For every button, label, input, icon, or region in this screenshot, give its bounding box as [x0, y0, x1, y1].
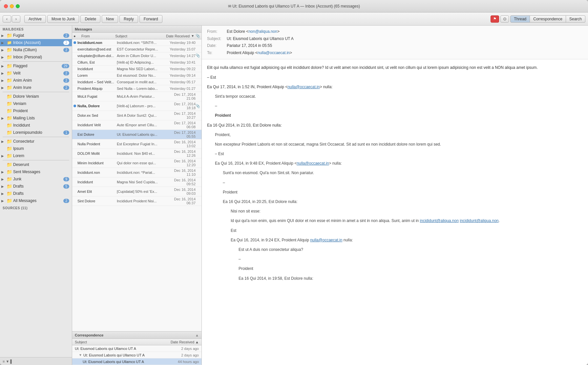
reply-button[interactable]: Reply — [119, 15, 138, 23]
sidebar-item-nulla-cillum[interactable]: ▶ 📁 Nulla (Cillum) 2 — [0, 46, 72, 53]
message-row[interactable]: Incididunt.non Incididunt.non: *Pariat..… — [72, 168, 201, 177]
thread-row[interactable]: Ut: Eiusmod Laboris qui Ullamco UT A 2 d… — [72, 345, 201, 352]
message-row[interactable]: Incididunt Magna Nisi Sed Cupida... Dec … — [72, 177, 201, 187]
msg-subject: Magna Nisi SED Labori... — [117, 67, 166, 71]
message-row[interactable]: Incididunt – Sed Velit... Consequat in m… — [72, 79, 201, 85]
msg-date: Dec 17, 2014 05:55 — [166, 131, 196, 138]
sidebar-item-junk[interactable]: ▶ 📁 Junk 9 — [0, 175, 72, 183]
message-row[interactable]: Cillum, Est [Velit-a] ID Adipiscing... Y… — [72, 59, 201, 66]
email-quote3-link[interactable]: nulla@occaecat.in — [297, 161, 329, 166]
message-row[interactable]: Minim Incididunt Qui dolor non esse qui.… — [72, 158, 201, 168]
search-button[interactable]: Search — [566, 15, 585, 23]
new-button[interactable]: New — [102, 15, 118, 23]
message-row[interactable]: Amet Elit [Cupidatat] 50% est 'Ex... Dec… — [72, 187, 201, 196]
folder-icon: 📁 — [7, 123, 12, 128]
sidebar-item-dolore-veniam[interactable]: 📁 Dolore Veniam — [5, 93, 72, 100]
action-button[interactable]: ⊙ — [500, 15, 509, 23]
correspondence-collapse-icon[interactable]: ▲ — [195, 333, 199, 337]
move-to-junk-button[interactable]: Move to Junk — [47, 15, 79, 23]
email-quote4-sig: Est — [231, 228, 583, 234]
thread-row[interactable]: ▼ Ut: Eiusmod Laboris qui Ullamco UT A 2… — [72, 352, 201, 358]
folder-icon: 📁 — [7, 47, 12, 52]
message-row[interactable]: Incididunt Magna Nisi SED Labori... Yest… — [72, 66, 201, 72]
to-email-link[interactable]: nulla@occaecat.in — [258, 51, 290, 55]
forward-button[interactable]: Forward — [139, 15, 162, 23]
sidebar-item-anim-anim[interactable]: ▶ 📁 Anim Anim 2 — [0, 77, 72, 84]
message-row[interactable]: Dolor.ex Sed Sint A Dolor Sunt2: Qui... … — [72, 111, 201, 120]
sidebar-footer-icons: ≡ ▼ ▌ — [3, 359, 13, 363]
sidebar-item-veniam[interactable]: 📁 Veniam — [5, 100, 72, 107]
sidebar-item-deserunt[interactable]: 📁 Deserunt — [5, 161, 72, 168]
message-row[interactable]: Incididunt Velit Aute tEmpor amet Cillu.… — [72, 120, 201, 130]
sidebar-item-velit[interactable]: ▶ 📁 Velit 2 — [0, 70, 72, 77]
email-quote4-link1[interactable]: incididunt@aliqua.non — [420, 218, 459, 223]
email-quote4-link2[interactable]: incididunt@aliqua.non — [460, 218, 498, 223]
sidebar-item-sent-messages[interactable]: ▶ 📁 Sent Messages — [0, 168, 72, 175]
col-subject-header[interactable]: Subject — [115, 34, 166, 38]
close-button[interactable] — [4, 4, 8, 8]
folder-icon: 📁 — [7, 101, 12, 106]
badge: 5 — [63, 184, 69, 189]
col-date-header[interactable]: Date Received ▼ — [166, 34, 196, 38]
msg-date: Dec 16, 2014 12:20 — [166, 159, 196, 167]
delete-button[interactable]: Delete — [80, 15, 100, 23]
message-row[interactable]: DOLOR Mollit Incididunt: Non $40 et... D… — [72, 149, 201, 158]
correspondence-view-button[interactable]: Correspondence — [530, 15, 566, 23]
email-quote1-link[interactable]: nulla@occaecat.in — [287, 85, 320, 89]
email-quote5-link[interactable]: nulla@occaecat.in — [310, 238, 342, 242]
sidebar-item-label: Junk — [13, 177, 63, 181]
toolbar: ‹ › Archive Move to Junk Delete New Repl… — [0, 12, 588, 26]
thread-row-selected[interactable]: Ut: Eiusmod Laboris qui Ullamco UT A 44 … — [72, 358, 201, 365]
sidebar-item-loremipsumdolo[interactable]: 📁 Loremipsumdolo 1 — [0, 129, 72, 136]
flag-button[interactable]: ⚑ — [491, 15, 499, 23]
col-from-header[interactable]: From — [80, 34, 115, 38]
msg-date: Dec 16, 2014 12:26 — [166, 150, 196, 157]
maximize-button[interactable] — [16, 4, 20, 8]
from-label: From: — [207, 28, 227, 35]
sidebar-item-inbox-account[interactable]: ▶ 📁 Inbox (Account) 2 — [0, 39, 72, 46]
sidebar-item-consectetur[interactable]: ▶ 📁 Consectetur — [0, 138, 72, 145]
thread-view-button[interactable]: Thread — [510, 15, 530, 23]
folder-icon: 📁 — [7, 54, 12, 60]
sidebar-item-label: Fugiat — [13, 33, 63, 38]
msg-date: Yesterday 14:27 — [166, 54, 196, 58]
message-row[interactable]: Nulla Proident Est Excepteur Fugiat In..… — [72, 139, 201, 149]
email-quote3-sig: – — [223, 180, 583, 186]
forward-button[interactable]: › — [12, 15, 20, 23]
sidebar-item-label: Incididunt — [13, 123, 69, 128]
sidebar-item-proident[interactable]: 📁 Proident — [5, 107, 72, 114]
sidebar-item-all-messages[interactable]: ▶ 📁 All Messages 2 — [0, 197, 72, 204]
sidebar-item-lorem[interactable]: ▶ 📁 Lorem — [0, 152, 72, 159]
message-row[interactable]: exercitation@sed.est EST Consectetur Rep… — [72, 46, 201, 52]
message-row[interactable]: Proident Aliquip Sed Nulla – Lorem-labo.… — [72, 85, 201, 92]
unread-indicator — [74, 152, 76, 155]
sidebar-item-fugiat[interactable]: ▶ 📁 Fugiat 2 — [0, 32, 72, 39]
message-row[interactable]: Incididunt.non Incididunt.non: *SINT®...… — [72, 39, 201, 46]
folder-icon: 📁 — [7, 191, 12, 196]
sidebar-item-mailing-lists[interactable]: ▶ 📁 Mailing Lists — [0, 114, 72, 122]
sidebar-item-anim-irure[interactable]: ▶ 📁 Anim Irure 2 — [0, 84, 72, 91]
back-button[interactable]: ‹ — [3, 15, 11, 23]
sidebar-item-incididunt[interactable]: 📁 Incididunt — [5, 122, 72, 129]
msg-date: Yesterday 09:14 — [166, 73, 196, 77]
unread-indicator — [74, 61, 76, 64]
message-row-selected[interactable]: Est Dolore Ut: Eiusmod Laboris qu... Dec… — [72, 130, 201, 139]
sidebar-item-inbox-personal[interactable]: ▶ 📁 Inbox (Personal) — [0, 53, 72, 61]
sidebar-item-flagged[interactable]: ▶ 📁 Flagged 29 — [0, 62, 72, 70]
sidebar-item-ipsum[interactable]: 📁 Ipsum — [5, 145, 72, 152]
message-row[interactable]: Nulla, Dolore [Velit-a] Laborum - pro...… — [72, 101, 201, 111]
message-row[interactable]: MoLit Fugiat MoLit A-Anim Pariatur... De… — [72, 92, 201, 101]
email-quote5-sig: – — [239, 256, 583, 262]
minimize-button[interactable] — [10, 4, 14, 8]
archive-button[interactable]: Archive — [24, 15, 46, 23]
from-email-link[interactable]: non@aliqua.non — [248, 29, 277, 34]
message-row[interactable]: Lorem Est eiusmod: Dolor No... Yesterday… — [72, 72, 201, 79]
sidebar-item-trash[interactable]: ▶ 📁 Drafts — [0, 190, 72, 197]
msg-from: Incididunt – Sed Velit... — [77, 80, 117, 84]
message-row[interactable]: voluptate@cillum-dol... Anim in Cillum D… — [72, 52, 201, 59]
sidebar-item-drafts[interactable]: ▶ 📁 Drafts 5 — [0, 183, 72, 190]
badge: 2 — [63, 86, 69, 90]
message-row[interactable]: Sint Dolore Incididunt Proident Nisi... … — [72, 196, 201, 206]
email-header: From: Est Dolore <non@aliqua.non> Subjec… — [202, 26, 588, 59]
separator — [3, 61, 69, 62]
